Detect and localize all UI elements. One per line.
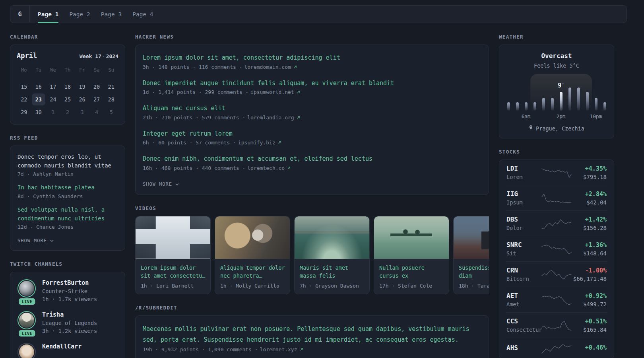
twitch-channel-game: League of Legends — [42, 320, 97, 326]
video-title[interactable]: Lorem ipsum dolorsit amet consectetu… — [141, 264, 205, 280]
rss-item-title[interactable]: Sed volutpat nulla nisl, a condimentum n… — [17, 206, 118, 223]
avatar-image — [19, 313, 34, 328]
subreddit-post-domain[interactable]: loremnet.xyz — [260, 346, 297, 352]
stock-row[interactable]: SNRC Sit +1.36% $148.64 — [506, 236, 607, 261]
hacker-news-item-domain[interactable]: ipsumify.biz — [238, 140, 275, 146]
page-tab[interactable]: Page 1 — [38, 6, 58, 23]
video-thumbnail[interactable] — [295, 216, 369, 259]
videos-section-label: VIDEOS — [135, 205, 489, 211]
stock-row[interactable]: CRN Bitcorn -1.00% $66,171.48 — [506, 261, 607, 287]
weather-location-row[interactable]: Prague, Czechia — [506, 125, 607, 132]
stock-price: $42.04 — [572, 199, 607, 206]
weekday-label: We — [46, 65, 60, 75]
video-thumbnail[interactable] — [454, 216, 489, 259]
stock-change: +0.51% — [572, 318, 607, 325]
stock-row[interactable]: AET Amet +0.92% $499.72 — [506, 287, 607, 312]
hacker-news-item-meta: 6h · 60 points · 57 comments · ipsumify.… — [143, 140, 481, 146]
video-thumbnail[interactable] — [374, 216, 449, 259]
live-badge: LIVE — [19, 330, 35, 337]
video-thumbnail[interactable] — [136, 216, 210, 259]
video-title[interactable]: Suspendissediam — [459, 264, 489, 280]
dot-separator: · — [101, 53, 106, 59]
rss-item-meta: 7d · Ashlyn Martin — [17, 171, 118, 177]
weather-tick-label: 2pm — [557, 113, 566, 119]
calendar-day: 26 — [76, 93, 89, 105]
hacker-news-item-meta: 16h · 468 points · 440 comments · loremt… — [143, 165, 481, 171]
page-tab[interactable]: Page 2 — [69, 6, 90, 23]
video-card[interactable]: Aliquam tempor dolornec pharetra… 1h · M… — [215, 216, 290, 295]
stock-change: +0.92% — [572, 292, 607, 300]
video-card[interactable]: Lorem ipsum dolorsit amet consectetu… 1h… — [135, 216, 211, 295]
stock-row[interactable]: LDI Lorem +4.35% $795.18 — [506, 160, 607, 185]
stock-ticker: AHS — [506, 344, 541, 352]
twitch-channel-name[interactable]: ForrestBurton — [42, 279, 97, 286]
twitch-channel-meta: 1h · 1.7k viewers — [42, 296, 97, 302]
video-card[interactable]: Nullam posuerecursus ex 17h · Stefan Col… — [374, 216, 449, 295]
weekday-label: Fr — [75, 65, 89, 75]
hacker-news-item[interactable]: Donec enim nibh, condimentum et accumsan… — [143, 154, 481, 171]
weather-widget: WEATHER Overcast Feels like 5°C 9° 6am2p… — [499, 34, 614, 138]
rss-item-title[interactable]: In hac habitasse platea — [17, 183, 118, 192]
video-title[interactable]: Aliquam tempor dolornec pharetra… — [220, 264, 285, 280]
rss-show-more-button[interactable]: SHOW MORE — [17, 238, 54, 243]
stock-row[interactable]: DBS Dolor +1.42% $156.28 — [506, 210, 607, 236]
stock-name: Ipsum — [506, 199, 541, 206]
app-logo[interactable]: G — [10, 6, 30, 23]
stock-price: $156.28 — [572, 225, 607, 231]
twitch-channel-row[interactable]: LIVE ForrestBurton Counter-Strike 1h · 1… — [17, 279, 118, 302]
hacker-news-item-title[interactable]: Aliquam nec cursus elit — [143, 104, 481, 113]
hacker-news-item-domain[interactable]: loremlandia.org — [247, 115, 294, 121]
hacker-news-item-title[interactable]: Lorem ipsum dolor sit amet, consectetur … — [143, 53, 481, 62]
twitch-channel-name[interactable]: Trisha — [42, 311, 97, 318]
subreddit-card: Maecenas mollis pulvinar erat non posuer… — [135, 315, 489, 358]
twitch-channel-row[interactable]: LIVE KendallCarr — [17, 343, 118, 358]
stock-row[interactable]: CCS Consectetur +0.51% $165.84 — [506, 312, 607, 338]
hacker-news-show-more-button[interactable]: SHOW MORE — [143, 181, 179, 187]
hacker-news-item[interactable]: Donec imperdiet augue tincidunt felis al… — [143, 79, 481, 95]
stock-row[interactable]: IIG Ipsum +2.84% $42.04 — [506, 185, 607, 210]
rss-item[interactable]: In hac habitasse platea 8d · Cynthia Sau… — [17, 183, 118, 199]
weather-bar — [595, 98, 597, 111]
right-column: WEATHER Overcast Feels like 5°C 9° 6am2p… — [499, 34, 614, 358]
video-card[interactable]: Mauris sit ametmassa felis 7h · Grayson … — [294, 216, 370, 295]
rss-item-meta: 12d · Chance Jones — [17, 224, 118, 230]
weather-bar — [560, 92, 563, 111]
hacker-news-card: Lorem ipsum dolor sit amet, consectetur … — [135, 45, 489, 195]
twitch-channel-name[interactable]: KendallCarr — [42, 343, 81, 350]
subreddit-post[interactable]: Maecenas mollis pulvinar erat non posuer… — [143, 324, 481, 352]
weather-location: Prague, Czechia — [536, 125, 584, 132]
rss-widget: RSS FEED Donec tempor eros leo, ut commo… — [10, 135, 125, 251]
subreddit-post-title[interactable]: Maecenas mollis pulvinar erat non posuer… — [143, 324, 481, 345]
rss-item-title[interactable]: Donec tempor eros leo, ut commodo mauris… — [17, 153, 118, 170]
video-card-body: Suspendissediam 18h · Tara — [454, 259, 489, 294]
video-title[interactable]: Mauris sit ametmassa felis — [300, 264, 364, 280]
weekday-label: Su — [104, 65, 118, 75]
video-card-body: Lorem ipsum dolorsit amet consectetu… 1h… — [136, 259, 210, 294]
hacker-news-item[interactable]: Aliquam nec cursus elit 21h · 710 points… — [143, 104, 481, 121]
hacker-news-item-title[interactable]: Integer eget rutrum lorem — [143, 129, 481, 138]
live-badge: LIVE — [19, 298, 35, 305]
video-title[interactable]: Nullam posuerecursus ex — [379, 264, 444, 280]
hacker-news-item-title[interactable]: Donec enim nibh, condimentum et accumsan… — [143, 154, 481, 163]
video-thumbnail[interactable] — [215, 216, 290, 259]
rss-item[interactable]: Donec tempor eros leo, ut commodo mauris… — [17, 153, 118, 177]
stock-numbers: +0.46% — [572, 344, 607, 353]
page-tab[interactable]: Page 4 — [132, 6, 153, 23]
weather-tick-label: 10pm — [590, 113, 602, 119]
stock-sparkline — [541, 193, 572, 204]
stock-price: $66,171.48 — [572, 276, 607, 282]
stock-identity: AHS — [506, 344, 541, 353]
hacker-news-item-domain[interactable]: loremtech.co — [247, 165, 285, 171]
twitch-channel-row[interactable]: LIVE Trisha League of Legends 3h · 1.2k … — [17, 311, 118, 334]
stock-row[interactable]: AHS +0.46% — [506, 338, 607, 358]
page-tab[interactable]: Page 3 — [101, 6, 122, 23]
video-card[interactable]: Suspendissediam 18h · Tara — [453, 216, 489, 295]
rss-item[interactable]: Sed volutpat nulla nisl, a condimentum n… — [17, 206, 118, 230]
hacker-news-item-domain[interactable]: ipsumworld.net — [250, 89, 294, 95]
hacker-news-item[interactable]: Lorem ipsum dolor sit amet, consectetur … — [143, 53, 481, 70]
hacker-news-item[interactable]: Integer eget rutrum lorem 6h · 60 points… — [143, 129, 481, 146]
hacker-news-item-title[interactable]: Donec imperdiet augue tincidunt felis al… — [143, 79, 481, 88]
middle-column: HACKER NEWS Lorem ipsum dolor sit amet, … — [135, 34, 489, 358]
hacker-news-item-domain[interactable]: loremdomain.com — [244, 64, 291, 70]
twitch-channel-meta: 3h · 1.2k viewers — [42, 328, 97, 334]
